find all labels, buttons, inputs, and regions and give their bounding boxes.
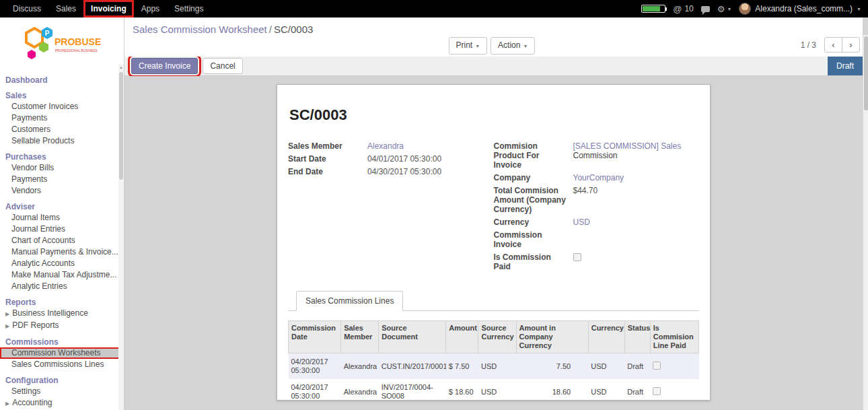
- sidebar-heading-configuration[interactable]: Configuration: [0, 374, 124, 386]
- sidebar-section-adviser: Adviser Journal Items Journal Entries Ch…: [0, 200, 124, 292]
- field-total-commission-amount: Total Commision Amount (Company Currency…: [494, 186, 693, 214]
- pager-next-button[interactable]: ›: [842, 37, 860, 53]
- field-start-date: Start Date 04/01/2017 05:30:00: [288, 154, 487, 164]
- cell-currency: USD: [588, 379, 624, 401]
- company-link[interactable]: YourCompany: [573, 173, 624, 182]
- sidebar-section-sales: Sales Customer Invoices Payments Custome…: [0, 89, 124, 147]
- field-currency: Currency USD: [494, 217, 693, 227]
- gear-icon: ⚙: [717, 4, 725, 14]
- field-label: Is Commission Paid: [494, 252, 573, 271]
- control-panel: Sales Commission Worksheet/SC/0003 Print…: [124, 18, 863, 57]
- start-date-value: 04/01/2017 05:30:00: [367, 154, 441, 164]
- menu-settings[interactable]: Settings: [167, 0, 211, 18]
- sidebar-item-journal-items[interactable]: Journal Items: [0, 212, 124, 224]
- main-scrollbar-thumb[interactable]: [864, 36, 868, 110]
- sidebar-section-dashboard: Dashboard: [0, 73, 124, 86]
- breadcrumb-current: SC/0003: [274, 24, 313, 35]
- commission-product-link[interactable]: [SALES COMMISSION] Sales: [573, 141, 682, 151]
- line-paid-checkbox[interactable]: [653, 387, 661, 395]
- sales-member-link[interactable]: Alexandra: [367, 141, 404, 151]
- sidebar-scrollbar-thumb[interactable]: [119, 72, 123, 180]
- cell-status: Draft: [624, 353, 650, 380]
- user-menu[interactable]: Alexandra (Sales_comm...) ▼: [739, 3, 861, 15]
- end-date-value: 04/30/2017 05:30:00: [367, 167, 441, 176]
- sidebar-item-commission-worksheets[interactable]: Commission Worksheets: [0, 347, 124, 359]
- table-row[interactable]: 04/20/2017 05:30:00 Alexandra INV/2017/0…: [289, 379, 699, 401]
- scroll-up-icon[interactable]: ▲: [118, 64, 124, 71]
- menu-invoicing[interactable]: Invoicing: [83, 0, 134, 18]
- sidebar-section-commissions: Commissions Commission Worksheets Sales …: [0, 335, 124, 370]
- topbar: Discuss Sales Invoicing Apps Settings @ …: [0, 0, 868, 18]
- sidebar-item-accounting[interactable]: ▶Accounting: [0, 397, 124, 409]
- messages-icon[interactable]: [701, 6, 710, 12]
- form-sheet: SC/0003 Sales Member Alexandra Start Dat…: [277, 84, 711, 401]
- expand-caret-icon: ▶: [5, 311, 9, 317]
- col-amount: Amount: [446, 321, 478, 353]
- status-badge-draft[interactable]: Draft: [828, 57, 863, 75]
- sidebar-item-sellable-products[interactable]: Sellable Products: [0, 135, 124, 147]
- sidebar-item-payments-purchases[interactable]: Payments: [0, 174, 124, 185]
- breadcrumb-separator: /: [267, 24, 274, 35]
- currency-link[interactable]: USD: [573, 217, 590, 227]
- form-statusbar: Create Invoice Cancel Draft: [124, 57, 863, 76]
- fields-right-group: Commision Product For Invoice [SALES COM…: [494, 141, 700, 275]
- field-label: Company: [494, 173, 573, 182]
- col-source-document: Source Document: [379, 321, 446, 353]
- field-company: Company YourCompany: [494, 173, 693, 182]
- cancel-button[interactable]: Cancel: [203, 58, 242, 74]
- sidebar-item-payments-sales[interactable]: Payments: [0, 112, 124, 124]
- breadcrumb-parent-link[interactable]: Sales Commission Worksheet: [133, 24, 267, 35]
- pager-previous-button[interactable]: ‹: [824, 37, 842, 53]
- menu-apps[interactable]: Apps: [134, 0, 167, 18]
- sidebar-section-configuration: Configuration Settings ▶Accounting ▶Mana…: [0, 374, 124, 410]
- cell-paid: [650, 379, 698, 401]
- table-row[interactable]: 04/20/2017 05:30:00 Alexandra CUST.IN/20…: [289, 353, 699, 380]
- sidebar-item-analytic-entries[interactable]: Analytic Entries: [0, 281, 124, 292]
- sidebar-heading-adviser[interactable]: Adviser: [0, 200, 124, 212]
- sidebar-item-pdf-reports[interactable]: ▶PDF Reports: [0, 320, 124, 332]
- fields-left-group: Sales Member Alexandra Start Date 04/01/…: [288, 141, 494, 275]
- sidebar-heading-sales[interactable]: Sales: [0, 89, 124, 101]
- sidebar-scrollbar[interactable]: ▲: [118, 64, 124, 410]
- battery-icon: [641, 5, 665, 13]
- field-label: Start Date: [288, 154, 367, 164]
- sidebar-item-vendors[interactable]: Vendors: [0, 185, 124, 197]
- sidebar-item-vendor-bills[interactable]: Vendor Bills: [0, 162, 124, 174]
- menu-sales[interactable]: Sales: [48, 0, 83, 18]
- inbox-counter[interactable]: @ 10: [673, 4, 694, 14]
- line-paid-checkbox[interactable]: [653, 362, 661, 370]
- sidebar-item-customers[interactable]: Customers: [0, 124, 124, 135]
- sidebar-item-customer-invoices[interactable]: Customer Invoices: [0, 101, 124, 112]
- sidebar-heading-commissions[interactable]: Commissions: [0, 335, 124, 347]
- cell-currency: USD: [588, 353, 624, 380]
- sidebar-item-make-manual-tax-adjustments[interactable]: Make Manual Tax Adjustme...: [0, 269, 124, 281]
- col-currency: Currency: [588, 321, 624, 353]
- sidebar-item-manual-payments-invoice[interactable]: Manual Payments & Invoice...: [0, 246, 124, 258]
- sidebar-item-journal-entries[interactable]: Journal Entries: [0, 224, 124, 235]
- cell-src-currency: USD: [478, 353, 516, 380]
- cell-date: 04/20/2017 05:30:00: [289, 379, 341, 401]
- is-commission-paid-checkbox[interactable]: [573, 253, 581, 261]
- commission-product-line2: Commission: [573, 151, 682, 160]
- print-button[interactable]: Print▼: [448, 37, 487, 55]
- expand-caret-icon: ▶: [5, 323, 9, 329]
- main-scrollbar[interactable]: [863, 35, 868, 410]
- cell-amount-company: 18.60: [516, 379, 588, 401]
- sidebar-item-settings[interactable]: Settings: [0, 386, 124, 397]
- sidebar-heading-reports[interactable]: Reports: [0, 296, 124, 308]
- menu-discuss[interactable]: Discuss: [5, 0, 48, 18]
- tab-sales-commission-lines[interactable]: Sales Commission Lines: [296, 291, 403, 311]
- sidebar-item-analytic-accounts[interactable]: Analytic Accounts: [0, 258, 124, 269]
- sidebar-item-business-intelligence[interactable]: ▶Business Intelligence: [0, 308, 124, 320]
- sidebar-item-chart-of-accounts[interactable]: Chart of Accounts: [0, 235, 124, 246]
- sidebar-item-sales-commissions-lines[interactable]: Sales Commissions Lines: [0, 359, 124, 370]
- sidebar-item-dashboard[interactable]: Dashboard: [0, 73, 124, 86]
- cell-doc: INV/2017/0004-SO008: [379, 379, 446, 401]
- cell-status: Draft: [624, 379, 650, 401]
- cell-member: Alexandra: [341, 353, 379, 380]
- control-panel-buttons: Print▼ Action▼: [448, 37, 535, 55]
- debug-menu[interactable]: ⚙ ▼: [717, 4, 732, 14]
- sidebar-heading-purchases[interactable]: Purchases: [0, 150, 124, 162]
- action-button[interactable]: Action▼: [491, 37, 535, 55]
- create-invoice-button[interactable]: Create Invoice: [131, 58, 198, 74]
